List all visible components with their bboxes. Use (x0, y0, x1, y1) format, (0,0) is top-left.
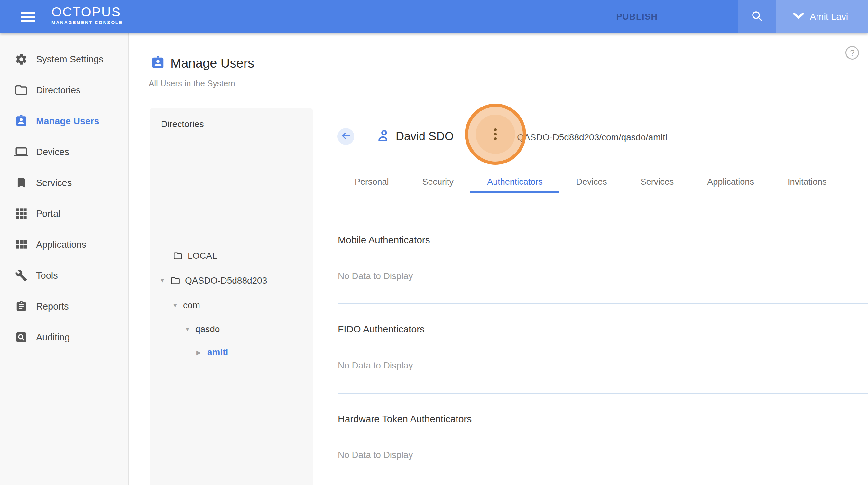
grid-small-icon (14, 207, 28, 221)
sidebar-item-label: Services (36, 178, 72, 188)
sidebar-item-directories[interactable]: Directories (0, 75, 128, 105)
tab-devices[interactable]: Devices (559, 171, 624, 193)
sidebar-item-label: Manage Users (36, 116, 99, 126)
tab-label: Personal (354, 177, 389, 187)
logo-title: OCTOPUS (52, 4, 123, 19)
sidebar-item-devices[interactable]: Devices (0, 137, 128, 168)
folder-icon (170, 276, 181, 285)
sidebar-nav: System Settings Directories Manage Users… (0, 33, 129, 485)
person-icon (376, 128, 391, 144)
section-title-fido-authenticators: FIDO Authenticators (338, 324, 425, 335)
expand-arrow-icon[interactable]: ▼ (172, 302, 183, 309)
sidebar-item-tools[interactable]: Tools (0, 260, 128, 291)
sidebar-item-label: Portal (36, 209, 60, 219)
sidebar-item-system-settings[interactable]: System Settings (0, 44, 128, 75)
sidebar-item-auditing[interactable]: Auditing (0, 322, 128, 353)
empty-state-text: No Data to Display (338, 271, 413, 281)
sidebar-item-manage-users[interactable]: Manage Users (0, 105, 128, 137)
tree-item-qasdo[interactable]: ▼ qasdo (184, 324, 220, 335)
wrench-icon (14, 268, 28, 282)
click-highlight-circle (465, 103, 526, 165)
active-tab-underline (470, 191, 559, 193)
sidebar-item-label: Reports (36, 301, 69, 312)
back-button[interactable] (338, 128, 354, 145)
folder-icon (14, 83, 28, 97)
directories-panel-title: Directories (161, 119, 204, 129)
sidebar-item-label: Devices (36, 147, 69, 157)
sidebar-item-label: Directories (36, 85, 81, 96)
folder-icon (173, 251, 184, 260)
tab-label: Invitations (787, 177, 827, 187)
octopus-management-console: OCTOPUS MANAGEMENT CONSOLE PUBLISH Amit … (0, 0, 868, 485)
top-app-bar: OCTOPUS MANAGEMENT CONSOLE PUBLISH Amit … (0, 0, 868, 33)
tab-security[interactable]: Security (406, 171, 471, 193)
user-menu[interactable]: Amit Lavi (776, 0, 868, 33)
tree-item-qasdo-domain[interactable]: ▼ QASDO-D5d88d203 (159, 275, 267, 286)
help-icon[interactable]: ? (845, 46, 859, 60)
search-button[interactable] (738, 0, 776, 33)
section-title-mobile-authenticators: Mobile Authenticators (338, 235, 430, 246)
tab-authenticators[interactable]: Authenticators (470, 171, 559, 193)
tree-item-label: qasdo (195, 324, 220, 334)
page-title: Manage Users (170, 55, 254, 71)
tree-item-amitl[interactable]: ▶ amitl (196, 347, 228, 358)
tree-item-label: com (183, 300, 200, 310)
tree-item-label: amitl (207, 347, 228, 358)
publish-button[interactable]: PUBLISH (605, 0, 669, 33)
tab-services[interactable]: Services (624, 171, 691, 193)
section-divider (338, 303, 868, 304)
user-detail-path: QASDO-D5d88d203/com/qasdo/amitl (517, 132, 667, 143)
expand-arrow-icon[interactable]: ▼ (159, 277, 170, 284)
section-title-hardware-token-authenticators: Hardware Token Authenticators (338, 414, 472, 424)
tree-item-label: LOCAL (188, 251, 217, 261)
tree-item-local[interactable]: LOCAL (173, 250, 217, 261)
logo-subtitle: MANAGEMENT CONSOLE (52, 20, 123, 25)
page-subtitle: All Users in the System (149, 79, 235, 89)
clipboard-icon (14, 299, 28, 313)
user-detail-name: David SDO (396, 129, 454, 144)
tab-personal[interactable]: Personal (338, 171, 406, 193)
arrow-left-icon (341, 132, 351, 141)
search-icon (751, 10, 764, 24)
laptop-icon (14, 145, 28, 159)
directories-panel: Directories LOCAL ▼ QASDO-D5d88d203 ▼ co… (150, 108, 313, 485)
user-detail-tabs: Personal Security Authenticators Devices… (338, 171, 868, 193)
chevron-down-icon (793, 12, 804, 21)
user-badge-icon (151, 55, 165, 70)
expand-arrow-icon[interactable]: ▼ (184, 326, 195, 333)
sidebar-item-label: Tools (36, 270, 58, 281)
hamburger-menu-icon[interactable] (21, 11, 35, 22)
empty-state-text: No Data to Display (338, 450, 413, 460)
tab-invitations[interactable]: Invitations (771, 171, 843, 193)
user-badge-icon (14, 114, 28, 128)
sidebar-item-label: Applications (36, 239, 86, 250)
tab-label: Authenticators (487, 177, 543, 187)
bookmark-icon (14, 176, 28, 190)
sidebar-item-reports[interactable]: Reports (0, 291, 128, 322)
tab-label: Services (641, 177, 674, 187)
sidebar-item-applications[interactable]: Applications (0, 229, 128, 260)
sidebar-item-services[interactable]: Services (0, 168, 128, 198)
tab-label: Applications (707, 177, 754, 187)
grid-large-icon (14, 238, 28, 252)
sidebar-item-label: System Settings (36, 54, 103, 65)
octopus-logo: OCTOPUS MANAGEMENT CONSOLE (52, 4, 123, 25)
gear-icon (14, 52, 28, 66)
section-divider (338, 393, 868, 394)
empty-state-text: No Data to Display (338, 360, 413, 371)
sidebar-item-label: Auditing (36, 332, 70, 343)
kebab-menu-icon[interactable] (494, 128, 497, 140)
tree-item-com[interactable]: ▼ com (172, 300, 200, 311)
tab-label: Security (423, 177, 454, 187)
user-name: Amit Lavi (810, 11, 848, 22)
tab-applications[interactable]: Applications (690, 171, 771, 193)
tab-label: Devices (576, 177, 607, 187)
magnifier-square-icon (14, 330, 28, 344)
sidebar-item-portal[interactable]: Portal (0, 198, 128, 229)
tree-item-label: QASDO-D5d88d203 (185, 275, 267, 286)
expand-arrow-icon[interactable]: ▶ (196, 349, 207, 356)
